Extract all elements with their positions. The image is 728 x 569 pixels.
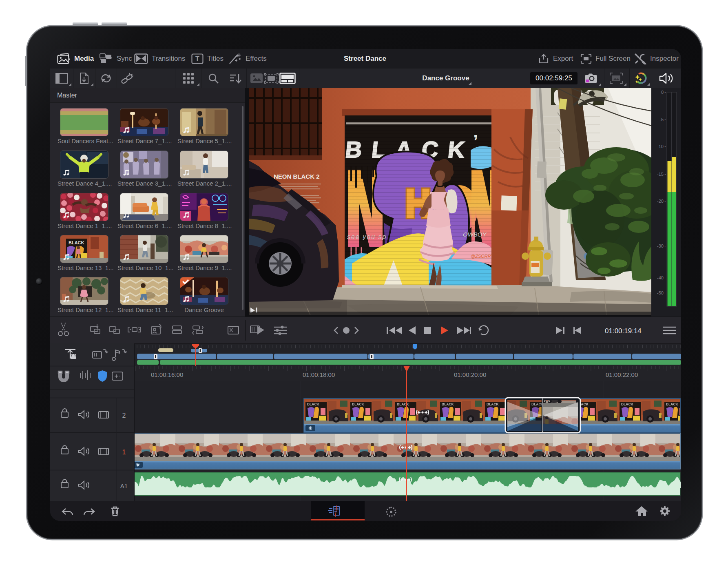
svg-text:01:00:16:00: 01:00:16:00: [151, 371, 183, 378]
svg-text:1: 1: [122, 449, 126, 456]
svg-text:-50: -50: [657, 290, 664, 295]
svg-text:-10: -10: [657, 144, 664, 149]
svg-text:-5: -5: [659, 117, 664, 122]
svg-text:-: -: [664, 290, 666, 295]
svg-text:-: -: [664, 198, 666, 203]
svg-text:T: T: [195, 55, 199, 62]
svg-text:2: 2: [122, 412, 126, 419]
svg-text:-: -: [664, 117, 666, 122]
svg-text:A1: A1: [120, 483, 128, 489]
svg-text:-: -: [664, 243, 666, 248]
svg-text:-40: -40: [657, 275, 664, 280]
svg-text:-15: -15: [657, 172, 664, 177]
svg-text:-20: -20: [657, 199, 664, 204]
svg-text:-: -: [664, 275, 666, 280]
svg-text:01:00:20:00: 01:00:20:00: [454, 371, 486, 378]
svg-text:NEON BLACK 2: NEON BLACK 2: [274, 173, 320, 180]
svg-text:-: -: [664, 144, 666, 148]
svg-text:-30: -30: [657, 244, 664, 248]
svg-text:BLACK: BLACK: [69, 240, 84, 245]
svg-text:0: 0: [661, 90, 664, 95]
svg-text:01:00:19:14: 01:00:19:14: [605, 327, 642, 335]
svg-text:-: -: [664, 89, 666, 94]
svg-text:01:00:22:00: 01:00:22:00: [606, 371, 638, 378]
svg-text:-: -: [664, 171, 666, 176]
svg-text:01:00:18:00: 01:00:18:00: [303, 371, 335, 378]
